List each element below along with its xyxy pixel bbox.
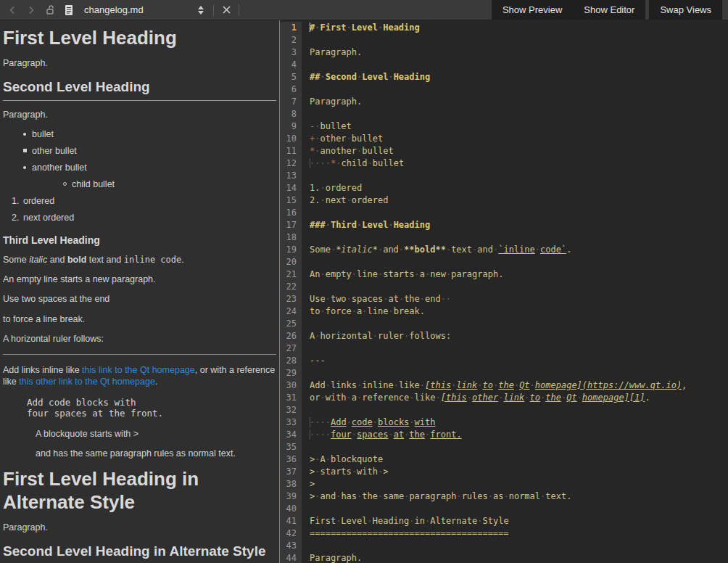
line-number: 36 bbox=[280, 453, 302, 466]
preview-p: Paragraph. bbox=[3, 522, 276, 533]
show-preview-button[interactable]: Show Preview bbox=[492, 0, 573, 20]
main-split: First Level HeadingParagraph.Second Leve… bbox=[0, 20, 728, 563]
editor-line[interactable]: Use·two·spaces·at·the·end·· bbox=[310, 293, 728, 305]
editor-line[interactable] bbox=[310, 367, 728, 379]
line-number: 15 bbox=[280, 194, 302, 207]
line-number: 22 bbox=[280, 281, 302, 293]
preview-pane[interactable]: First Level HeadingParagraph.Second Leve… bbox=[0, 20, 280, 563]
back-icon[interactable] bbox=[6, 4, 19, 17]
editor-line[interactable]: First·Level·Heading·in·Alternate·Style bbox=[310, 515, 728, 527]
editor-line[interactable] bbox=[310, 83, 728, 96]
line-number: 11 bbox=[280, 145, 302, 157]
editor-line[interactable]: ====================================== bbox=[310, 527, 728, 540]
editor-line[interactable] bbox=[310, 342, 728, 355]
editor-line[interactable]: *·another·bullet bbox=[310, 145, 728, 157]
line-number: 41 bbox=[280, 515, 302, 527]
editor-line[interactable]: >·and·has·the·same·paragraph·rules·as·no… bbox=[310, 490, 728, 503]
preview-pre: Add code blocks with four spaces at the … bbox=[27, 397, 276, 419]
list-item: child bullet bbox=[63, 179, 276, 189]
line-number: 14 bbox=[280, 182, 302, 194]
qt-homepage-link[interactable]: this link to the Qt homepage bbox=[82, 365, 195, 375]
line-number: 23 bbox=[280, 293, 302, 305]
line-number: 20 bbox=[280, 256, 302, 268]
show-editor-button[interactable]: Show Editor bbox=[573, 0, 645, 20]
editor-line[interactable] bbox=[310, 170, 728, 182]
editor-line[interactable] bbox=[310, 34, 728, 46]
editor-line[interactable]: Some·*italic*·and·**bold**·text·and·`inl… bbox=[310, 244, 728, 256]
editor-line[interactable] bbox=[310, 59, 728, 71]
line-number: 30 bbox=[280, 379, 302, 392]
tab-title: changelog.md bbox=[84, 4, 189, 15]
editor-line[interactable] bbox=[310, 281, 728, 293]
line-number: 4 bbox=[280, 59, 302, 71]
close-icon[interactable] bbox=[220, 4, 233, 17]
editor-line[interactable] bbox=[310, 318, 728, 330]
preview-p: Paragraph. bbox=[3, 57, 276, 69]
line-number: 44 bbox=[280, 552, 302, 563]
editor-line[interactable] bbox=[310, 256, 728, 268]
editor-line[interactable]: 1.·ordered bbox=[310, 182, 728, 194]
preview-p: Use two spaces at the end bbox=[3, 293, 276, 305]
list-item: 1.ordered bbox=[12, 196, 276, 206]
editor-line[interactable] bbox=[310, 540, 728, 552]
editor-pane[interactable]: 1234567891011121314151617181920212223242… bbox=[280, 20, 728, 563]
editor-line[interactable]: ##·Second·Level·Heading bbox=[310, 71, 728, 83]
document-tab[interactable]: changelog.md bbox=[0, 0, 244, 20]
bullet-square-icon bbox=[23, 149, 32, 152]
editor-line[interactable] bbox=[310, 231, 728, 244]
editor-line[interactable]: ###·Third·Level·Heading bbox=[310, 219, 728, 231]
editor-line[interactable] bbox=[310, 503, 728, 515]
editor-line[interactable]: >·A·blockquote bbox=[310, 453, 728, 466]
editor-line[interactable]: >·starts·with·> bbox=[310, 466, 728, 478]
editor-line[interactable] bbox=[310, 207, 728, 219]
separator bbox=[722, 0, 728, 20]
line-number: 29 bbox=[280, 367, 302, 379]
qt-homepage-link[interactable]: this other link to the Qt homepage bbox=[19, 377, 155, 387]
line-number: 43 bbox=[280, 540, 302, 552]
editor-line[interactable] bbox=[310, 404, 728, 416]
line-number: 18 bbox=[280, 231, 302, 244]
editor-line[interactable]: A·horizontal·ruler·follows: bbox=[310, 330, 728, 342]
editor-line[interactable]: -·bullet bbox=[310, 120, 728, 133]
code-area[interactable]: #·First·Level·HeadingParagraph.##·Second… bbox=[302, 22, 728, 563]
editor-line[interactable]: Paragraph. bbox=[310, 96, 728, 108]
line-number: 12 bbox=[280, 157, 302, 170]
editor-line[interactable]: Paragraph. bbox=[310, 46, 728, 59]
view-buttons: Show Preview Show Editor Swap Views bbox=[492, 0, 728, 20]
editor-line[interactable]: An·empty·line·starts·a·new·paragraph. bbox=[310, 268, 728, 281]
document-icon bbox=[62, 4, 75, 17]
line-number: 21 bbox=[280, 268, 302, 281]
toolbar: changelog.md Show Preview Show Editor Sw… bbox=[0, 0, 728, 20]
list-item: 2.next ordered bbox=[12, 213, 276, 223]
editor-line[interactable]: Add·links·inline·like·[this·link·to·the·… bbox=[310, 379, 728, 392]
editor-line[interactable] bbox=[310, 108, 728, 120]
list-item: other bullet bbox=[23, 146, 276, 156]
editor-line[interactable]: +·other·bullet bbox=[310, 133, 728, 145]
editor-line[interactable]: ····four·spaces·at·the·front. bbox=[310, 429, 728, 441]
line-number: 16 bbox=[280, 207, 302, 219]
editor-line[interactable]: ····*·child·bullet bbox=[310, 157, 728, 170]
preview-p: An empty line starts a new paragraph. bbox=[3, 274, 276, 285]
editor-line[interactable] bbox=[310, 441, 728, 453]
editor-line[interactable]: ····Add·code·blocks·with bbox=[310, 416, 728, 429]
editor-line[interactable]: 2.·next·ordered bbox=[310, 194, 728, 207]
indent-guide: ···· bbox=[310, 430, 331, 440]
updown-icon[interactable] bbox=[194, 4, 207, 17]
list-item: bullet bbox=[23, 129, 276, 139]
preview-blockquote: A blockquote starts with >and has the sa… bbox=[36, 428, 276, 460]
editor-line[interactable]: or·with·a·reference·like·[this·other·lin… bbox=[310, 392, 728, 404]
editor-line[interactable]: to·force·a·line·break. bbox=[310, 305, 728, 318]
editor-line[interactable]: > bbox=[310, 478, 728, 490]
editor-line[interactable]: #·First·Level·Heading bbox=[310, 22, 728, 34]
preview-hr bbox=[3, 354, 276, 355]
forward-icon[interactable] bbox=[25, 4, 38, 17]
line-number: 2 bbox=[280, 34, 302, 46]
swap-views-button[interactable]: Swap Views bbox=[649, 0, 722, 20]
lock-open-icon[interactable] bbox=[44, 4, 57, 17]
line-number: 13 bbox=[280, 170, 302, 182]
line-number: 7 bbox=[280, 96, 302, 108]
preview-h1: First Level Heading in Alternate Style bbox=[3, 467, 276, 514]
editor-line[interactable]: --- bbox=[310, 355, 728, 367]
line-number: 19 bbox=[280, 244, 302, 256]
editor-line[interactable]: Paragraph. bbox=[310, 552, 728, 563]
